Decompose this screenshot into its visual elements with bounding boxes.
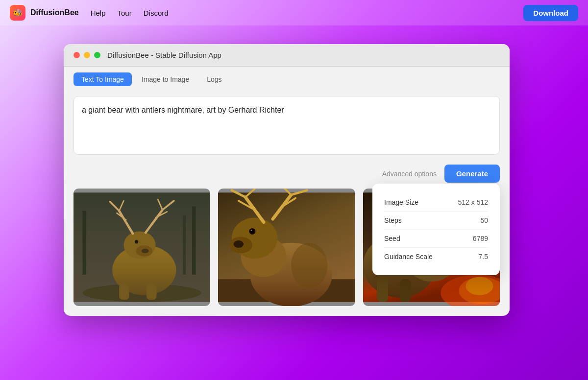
window-titlebar: DiffusionBee - Stable Diffusion App [64, 44, 510, 67]
steps-value: 50 [480, 216, 488, 224]
minimize-button[interactable] [84, 52, 90, 58]
generated-image-2[interactable] [218, 189, 355, 306]
download-button[interactable]: Download [523, 5, 578, 21]
steps-label: Steps [384, 216, 402, 224]
traffic-lights [74, 52, 100, 58]
logo-icon: 🐝 [10, 5, 25, 21]
advanced-options-label[interactable]: Advanced options [382, 170, 437, 178]
close-button[interactable] [74, 52, 80, 58]
prompt-text: a giant bear with antlers nightmare, art… [82, 104, 491, 116]
popup-row-seed: Seed 6789 [384, 230, 488, 248]
tab-image-to-image[interactable]: Image to Image [134, 72, 197, 86]
nav-bar: 🐝 DiffusionBee Help Tour Discord Downloa… [0, 0, 588, 25]
svg-rect-21 [74, 192, 210, 302]
tab-logs[interactable]: Logs [199, 72, 229, 86]
app-window: DiffusionBee - Stable Diffusion App Text… [64, 44, 510, 316]
images-row: Image Size 512 x 512 Steps 50 Seed 6789 … [64, 189, 510, 316]
tab-text-to-image[interactable]: Text To Image [74, 72, 132, 86]
logo: 🐝 DiffusionBee [10, 5, 79, 21]
svg-point-31 [251, 230, 252, 231]
popup-row-guidance-scale: Guidance Scale 7.5 [384, 248, 488, 265]
seed-label: Seed [384, 235, 400, 242]
svg-point-40 [291, 243, 327, 288]
image-size-label: Image Size [384, 198, 418, 206]
popup-row-image-size: Image Size 512 x 512 [384, 193, 488, 212]
generated-image-1[interactable] [74, 189, 210, 306]
generate-button[interactable]: Generate [444, 165, 500, 183]
nav-discord-link[interactable]: Discord [144, 9, 169, 17]
guidance-scale-label: Guidance Scale [384, 253, 433, 261]
prompt-area[interactable]: a giant bear with antlers nightmare, art… [74, 96, 500, 155]
window-title: DiffusionBee - Stable Diffusion App [107, 51, 221, 59]
nav-help-link[interactable]: Help [91, 9, 106, 17]
maximize-button[interactable] [94, 52, 100, 58]
logo-text: DiffusionBee [30, 8, 79, 17]
popup-row-steps: Steps 50 [384, 212, 488, 230]
svg-point-28 [234, 240, 244, 248]
tabs-bar: Text To Image Image to Image Logs [64, 67, 510, 92]
image-size-value: 512 x 512 [458, 198, 489, 206]
nav-tour-link[interactable]: Tour [118, 9, 132, 17]
seed-value: 6789 [473, 235, 488, 242]
guidance-scale-value: 7.5 [479, 253, 488, 261]
advanced-options-popup: Image Size 512 x 512 Steps 50 Seed 6789 … [372, 184, 500, 275]
